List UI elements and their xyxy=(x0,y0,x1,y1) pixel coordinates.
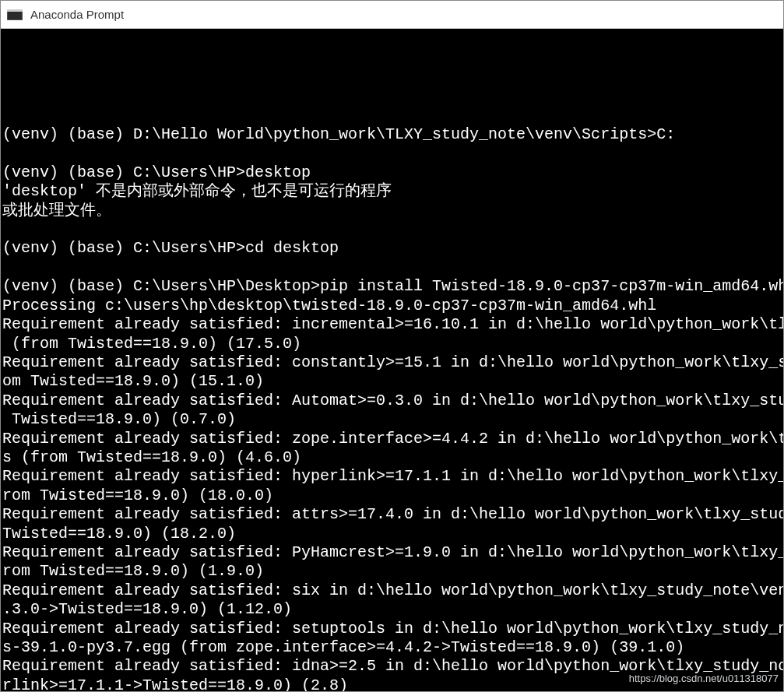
terminal-line xyxy=(2,258,783,277)
terminal-line: (venv) (base) C:\Users\HP>desktop xyxy=(2,163,783,182)
terminal-line: Requirement already satisfied: constantl… xyxy=(2,353,783,372)
terminal-line xyxy=(2,220,783,239)
terminal-line: (from Twisted==18.9.0) (17.5.0) xyxy=(2,335,783,353)
terminal-line: (venv) (base) C:\Users\HP\Desktop>pip in… xyxy=(2,277,783,296)
terminal-line: Requirement already satisfied: setuptool… xyxy=(2,620,783,638)
terminal-line: .3.0->Twisted==18.9.0) (1.12.0) xyxy=(2,600,783,619)
terminal-line: Requirement already satisfied: PyHamcres… xyxy=(2,543,783,562)
terminal-line: s-39.1.0-py3.7.egg (from zope.interface>… xyxy=(2,638,783,657)
terminal-window: Anaconda Prompt (venv) (base) D:\Hello W… xyxy=(0,0,784,692)
terminal-line: Processing c:\users\hp\desktop\twisted-1… xyxy=(2,297,783,315)
terminal-line: Requirement already satisfied: six in d:… xyxy=(2,581,783,600)
terminal-output: (venv) (base) D:\Hello World\python_work… xyxy=(1,67,783,691)
window-title: Anaconda Prompt xyxy=(30,8,124,21)
terminal-line: om Twisted==18.9.0) (15.1.0) xyxy=(2,372,783,391)
terminal-line: rom Twisted==18.9.0) (1.9.0) xyxy=(2,562,783,581)
terminal-line: Requirement already satisfied: attrs>=17… xyxy=(2,505,783,524)
terminal-line: Twisted==18.9.0) (0.7.0) xyxy=(2,410,783,429)
terminal-line: 'desktop' 不是内部或外部命令，也不是可运行的程序 xyxy=(2,182,783,201)
terminal-line: rom Twisted==18.9.0) (18.0.0) xyxy=(2,487,783,505)
terminal-line: Requirement already satisfied: increment… xyxy=(2,315,783,334)
terminal-line: Requirement already satisfied: hyperlink… xyxy=(2,467,783,486)
terminal-line: (venv) (base) C:\Users\HP>cd desktop xyxy=(2,239,783,258)
terminal-line xyxy=(2,144,783,163)
terminal-icon xyxy=(7,9,23,21)
terminal-line: s (from Twisted==18.9.0) (4.6.0) xyxy=(2,448,783,467)
terminal-line: Requirement already satisfied: Automat>=… xyxy=(2,392,783,410)
terminal-line: Requirement already satisfied: zope.inte… xyxy=(2,430,783,448)
terminal-line: Twisted==18.9.0) (18.2.0) xyxy=(2,525,783,543)
terminal-line xyxy=(2,107,783,125)
terminal-area[interactable]: (venv) (base) D:\Hello World\python_work… xyxy=(1,29,783,691)
watermark: https://blog.csdn.net/u011318077 xyxy=(629,669,779,688)
terminal-line: 或批处理文件。 xyxy=(2,202,783,220)
svg-rect-1 xyxy=(7,9,23,12)
terminal-line: (venv) (base) D:\Hello World\python_work… xyxy=(2,125,783,144)
titlebar[interactable]: Anaconda Prompt xyxy=(1,1,783,29)
